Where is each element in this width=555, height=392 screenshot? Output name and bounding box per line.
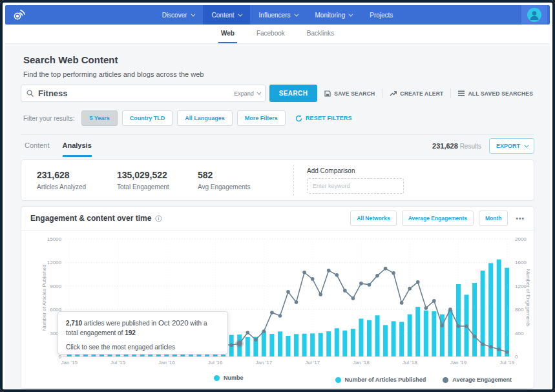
action-label: SAVE SEARCH bbox=[334, 90, 375, 97]
reset-filters-label: RESET FILTERS bbox=[306, 115, 352, 121]
add-comparison: Add Comparison bbox=[307, 160, 404, 194]
svg-text:Number of Engagements: Number of Engagements bbox=[525, 269, 531, 327]
svg-text:12000: 12000 bbox=[47, 260, 62, 265]
filter-all-languages[interactable]: All Languages bbox=[177, 110, 233, 126]
tooltip-line1: 2,710 articles were published in Oct 202… bbox=[66, 318, 220, 338]
page-title: Search Web Content bbox=[23, 54, 534, 65]
svg-text:Jan '17: Jan '17 bbox=[256, 360, 273, 366]
stat-value: 135,029,522 bbox=[117, 170, 198, 180]
legend-average-engagement[interactable]: Average Engagement bbox=[443, 377, 512, 383]
filter-row: Filter your results: 5 Years Country TLD… bbox=[21, 102, 534, 135]
action-label: ALL SAVED SEARCHES bbox=[468, 90, 533, 97]
stat-avg-engagements: 582 Avg Engagements bbox=[198, 170, 275, 191]
svg-text:800: 800 bbox=[515, 307, 524, 313]
trend-arrow-icon bbox=[390, 90, 397, 97]
chart-title: Engagement & content over time bbox=[30, 214, 162, 223]
stat-articles-analyzed: 231,628 Articles Analyzed bbox=[37, 170, 117, 191]
user-menu[interactable] bbox=[521, 5, 547, 25]
nav-item-label: Content bbox=[212, 12, 235, 19]
svg-text:2000: 2000 bbox=[515, 236, 527, 242]
results-count-label: Results bbox=[460, 143, 481, 150]
svg-text:Jan '15: Jan '15 bbox=[61, 360, 78, 366]
chevron-down-icon bbox=[257, 90, 261, 95]
list-icon bbox=[458, 90, 465, 96]
svg-text:Jul '17: Jul '17 bbox=[305, 360, 320, 366]
chart-area: 0300060009000120001500004008001200160020… bbox=[21, 231, 534, 388]
results-count: 231,628 Results bbox=[432, 142, 481, 150]
svg-text:400: 400 bbox=[515, 331, 524, 336]
nav-item-label: Projects bbox=[370, 12, 393, 19]
legend-articles-published[interactable]: Number of Articles Published bbox=[335, 377, 426, 383]
chart-tooltip[interactable]: 2,710 articles were published in Oct 202… bbox=[58, 311, 228, 355]
chevron-down-icon bbox=[349, 12, 353, 16]
more-options-icon[interactable]: ••• bbox=[516, 215, 525, 222]
nav-item-label: Discover bbox=[162, 12, 187, 19]
tab-facebook[interactable]: Facebook bbox=[254, 25, 288, 43]
average-engagements-button[interactable]: Average Engagements bbox=[402, 211, 474, 226]
tab-analysis[interactable]: Analysis bbox=[63, 135, 92, 157]
svg-text:Jan '16: Jan '16 bbox=[158, 360, 175, 366]
all-networks-button[interactable]: All Networks bbox=[350, 211, 397, 226]
stat-total-engagement: 135,029,522 Total Engagement bbox=[117, 170, 198, 191]
filter-5-years[interactable]: 5 Years bbox=[81, 110, 117, 126]
save-search-button[interactable]: SAVE SEARCH bbox=[317, 90, 382, 97]
export-button[interactable]: EXPORT bbox=[489, 138, 534, 154]
nav-item-discover[interactable]: Discover bbox=[153, 5, 203, 25]
search-box: Expand bbox=[21, 85, 266, 102]
results-count-value: 231,628 bbox=[432, 142, 458, 150]
svg-text:9000: 9000 bbox=[50, 284, 61, 289]
expand-dropdown[interactable]: Expand bbox=[234, 90, 260, 97]
all-saved-searches-button[interactable]: ALL SAVED SEARCHES bbox=[451, 90, 534, 97]
stat-label: Total Engagement bbox=[117, 183, 198, 191]
create-alert-button[interactable]: CREATE ALERT bbox=[382, 90, 450, 97]
svg-text:Jul '19: Jul '19 bbox=[499, 360, 514, 366]
add-comparison-label: Add Comparison bbox=[307, 167, 404, 174]
avatar bbox=[527, 8, 541, 22]
chevron-down-icon bbox=[238, 12, 242, 16]
page-subtitle: Find the top performing articles and blo… bbox=[23, 70, 534, 78]
info-icon[interactable] bbox=[155, 215, 162, 222]
nav-item-projects[interactable]: Projects bbox=[361, 5, 402, 25]
app-window: Discover Content Influencers Monitoring … bbox=[0, 0, 555, 392]
tab-web[interactable]: Web bbox=[218, 25, 237, 43]
nav-item-monitoring[interactable]: Monitoring bbox=[306, 5, 361, 25]
tab-content[interactable]: Content bbox=[25, 135, 50, 157]
search-icon bbox=[26, 90, 34, 97]
nav-item-label: Monitoring bbox=[315, 12, 346, 19]
expand-label: Expand bbox=[234, 90, 254, 97]
month-button[interactable]: Month bbox=[479, 211, 508, 226]
search-input[interactable] bbox=[38, 88, 229, 98]
svg-text:Jul '16: Jul '16 bbox=[208, 360, 223, 366]
svg-text:15000: 15000 bbox=[47, 236, 62, 242]
tab-backlinks[interactable]: Backlinks bbox=[304, 25, 337, 43]
chart-controls: All Networks Average Engagements Month •… bbox=[350, 211, 525, 226]
chevron-down-icon bbox=[524, 143, 529, 147]
nav-menu: Discover Content Influencers Monitoring … bbox=[153, 5, 403, 25]
search-button[interactable]: SEARCH bbox=[269, 85, 318, 102]
stats-card: 231,628 Articles Analyzed 135,029,522 To… bbox=[21, 160, 534, 201]
stat-value: 582 bbox=[198, 170, 275, 180]
nav-item-influencers[interactable]: Influencers bbox=[250, 5, 306, 25]
comparison-keyword-input[interactable] bbox=[307, 178, 404, 194]
search-actions: SAVE SEARCH CREATE ALERT bbox=[317, 88, 534, 98]
nav-item-label: Influencers bbox=[259, 12, 291, 19]
nav-item-content[interactable]: Content bbox=[203, 5, 250, 25]
svg-text:1600: 1600 bbox=[515, 260, 527, 265]
svg-text:Jul '18: Jul '18 bbox=[403, 360, 417, 366]
refresh-icon bbox=[295, 115, 302, 122]
svg-text:0: 0 bbox=[59, 354, 62, 360]
legend-partial: Numbe bbox=[214, 375, 244, 381]
buzzsumo-logo-icon[interactable] bbox=[12, 7, 28, 25]
svg-text:Jul '15: Jul '15 bbox=[110, 360, 125, 366]
stat-label: Articles Analyzed bbox=[37, 183, 117, 191]
chevron-down-icon bbox=[191, 12, 195, 16]
stat-value: 231,628 bbox=[37, 170, 117, 180]
svg-text:Jan '19: Jan '19 bbox=[450, 360, 467, 366]
reset-filters-button[interactable]: RESET FILTERS bbox=[295, 115, 352, 122]
filter-country-tld[interactable]: Country TLD bbox=[122, 110, 173, 126]
svg-text:0: 0 bbox=[515, 354, 518, 360]
filter-more-filters[interactable]: More Filters bbox=[237, 110, 286, 126]
tooltip-line2: Click to see the most engaged articles bbox=[66, 343, 220, 353]
chart-legend: Numbe Number of Articles Published Avera… bbox=[21, 371, 534, 388]
chart-header: Engagement & content over time All Netwo… bbox=[21, 207, 534, 231]
